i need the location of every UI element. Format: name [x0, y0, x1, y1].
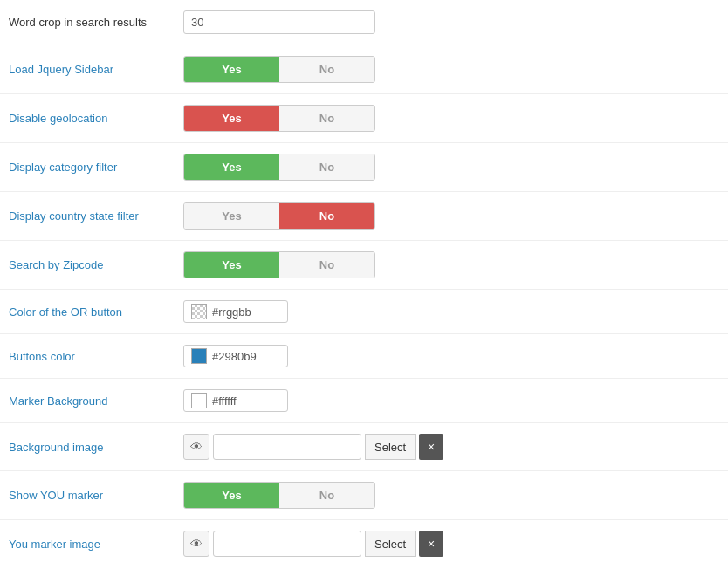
color-text-or-button-color: #rrggbb	[212, 305, 251, 319]
setting-label-you-marker-image: You marker image	[0, 520, 175, 563]
settings-row-disable-geo: Disable geolocationYesNo	[0, 94, 728, 143]
select-button-background-image[interactable]: Select	[365, 434, 416, 460]
file-input-background-image[interactable]	[213, 434, 361, 460]
settings-row-display-country: Display country state filterYesNo	[0, 192, 728, 241]
toggle-no-show-you-marker[interactable]: No	[279, 483, 374, 508]
setting-value-marker-background: #ffffff	[175, 379, 728, 423]
setting-label-display-country: Display country state filter	[0, 192, 175, 241]
setting-label-disable-geo: Disable geolocation	[0, 94, 175, 143]
toggle-no-display-country[interactable]: No	[279, 203, 374, 229]
setting-label-load-jquery: Load Jquery Sidebar	[0, 45, 175, 94]
setting-value-show-you-marker: YesNo	[175, 471, 728, 520]
eye-button-you-marker-image[interactable]: 👁	[183, 531, 209, 557]
toggle-yes-load-jquery[interactable]: Yes	[184, 57, 279, 82]
select-button-you-marker-image[interactable]: Select	[365, 531, 416, 557]
color-swatch-marker-background	[191, 393, 207, 408]
toggle-group-search-zipcode: YesNo	[183, 251, 375, 278]
setting-value-or-button-color: #rrggbb	[175, 290, 728, 334]
eye-button-background-image[interactable]: 👁	[183, 434, 209, 460]
settings-row-marker-background: Marker Background#ffffff	[0, 379, 728, 423]
color-text-buttons-color: #2980b9	[212, 350, 257, 363]
setting-value-background-image: 👁Select×	[175, 423, 728, 471]
toggle-group-show-you-marker: YesNo	[183, 482, 375, 509]
settings-row-buttons-color: Buttons color#2980b9	[0, 334, 728, 379]
toggle-yes-display-country[interactable]: Yes	[184, 203, 279, 229]
setting-value-you-marker-image: 👁Select×	[175, 520, 728, 563]
setting-label-search-zipcode: Search by Zipcode	[0, 241, 175, 290]
setting-label-buttons-color: Buttons color	[0, 334, 175, 379]
color-text-marker-background: #ffffff	[212, 394, 237, 408]
settings-row-show-you-marker: Show YOU markerYesNo	[0, 471, 728, 520]
setting-value-disable-geo: YesNo	[175, 94, 728, 143]
text-input-word-crop[interactable]	[183, 10, 375, 34]
setting-value-buttons-color: #2980b9	[175, 334, 728, 379]
setting-value-word-crop	[175, 0, 728, 45]
toggle-group-display-country: YesNo	[183, 202, 375, 230]
settings-row-load-jquery: Load Jquery SidebarYesNo	[0, 45, 728, 94]
settings-row-word-crop: Word crop in search results	[0, 0, 728, 45]
setting-label-or-button-color: Color of the OR button	[0, 290, 175, 334]
setting-label-background-image: Background image	[0, 423, 175, 471]
settings-row-you-marker-image: You marker image👁Select×	[0, 520, 728, 563]
toggle-yes-display-category[interactable]: Yes	[184, 154, 279, 180]
toggle-yes-disable-geo[interactable]: Yes	[184, 106, 279, 131]
toggle-yes-search-zipcode[interactable]: Yes	[184, 252, 279, 278]
color-field-marker-background[interactable]: #ffffff	[183, 389, 288, 412]
setting-value-display-category: YesNo	[175, 143, 728, 192]
settings-row-or-button-color: Color of the OR button#rrggbb	[0, 290, 728, 334]
toggle-yes-show-you-marker[interactable]: Yes	[184, 483, 279, 508]
toggle-no-disable-geo[interactable]: No	[279, 106, 374, 131]
toggle-group-disable-geo: YesNo	[183, 105, 375, 132]
clear-button-background-image[interactable]: ×	[419, 434, 443, 460]
toggle-no-search-zipcode[interactable]: No	[279, 252, 374, 278]
settings-row-background-image: Background image👁Select×	[0, 423, 728, 471]
setting-value-search-zipcode: YesNo	[175, 241, 728, 290]
settings-table: Word crop in search resultsLoad Jquery S…	[0, 0, 728, 562]
color-swatch-or-button-color	[191, 304, 207, 319]
file-input-you-marker-image[interactable]	[213, 531, 361, 557]
setting-label-word-crop: Word crop in search results	[0, 0, 175, 45]
setting-label-show-you-marker: Show YOU marker	[0, 471, 175, 520]
color-field-buttons-color[interactable]: #2980b9	[183, 345, 288, 367]
file-row-you-marker-image: 👁Select×	[183, 531, 443, 557]
setting-label-marker-background: Marker Background	[0, 379, 175, 423]
color-swatch-buttons-color	[191, 348, 207, 364]
setting-label-display-category: Display category filter	[0, 143, 175, 192]
settings-row-display-category: Display category filterYesNo	[0, 143, 728, 192]
toggle-group-display-category: YesNo	[183, 154, 375, 181]
toggle-no-load-jquery[interactable]: No	[279, 57, 374, 82]
color-field-or-button-color[interactable]: #rrggbb	[183, 300, 288, 323]
toggle-no-display-category[interactable]: No	[279, 154, 374, 180]
settings-row-search-zipcode: Search by ZipcodeYesNo	[0, 241, 728, 290]
clear-button-you-marker-image[interactable]: ×	[419, 531, 443, 557]
toggle-group-load-jquery: YesNo	[183, 56, 375, 83]
setting-value-load-jquery: YesNo	[175, 45, 728, 94]
setting-value-display-country: YesNo	[175, 192, 728, 241]
file-row-background-image: 👁Select×	[183, 434, 443, 460]
